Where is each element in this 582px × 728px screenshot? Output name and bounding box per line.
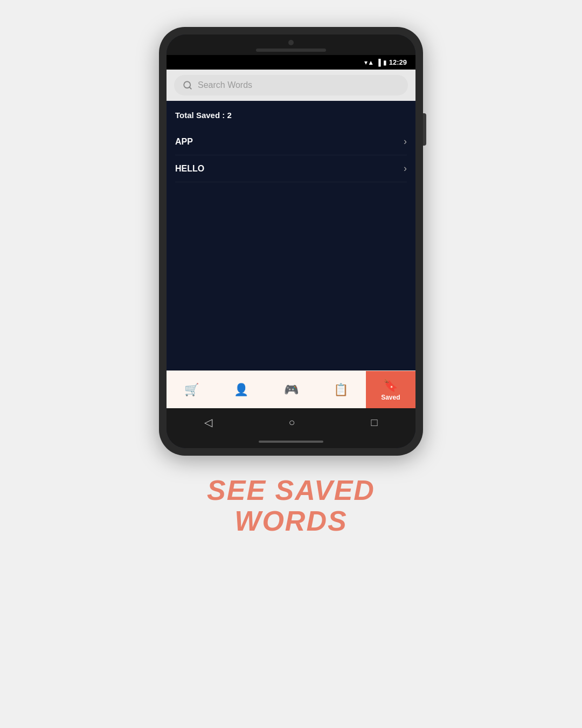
phone-shell: ▾▲ ▐ ▮ 12:29 Search Words Total (159, 27, 423, 456)
search-placeholder: Search Words (198, 80, 252, 90)
chevron-right-icon-app: › (404, 136, 407, 147)
status-time: 12:29 (389, 58, 407, 66)
home-button[interactable]: ○ (288, 416, 295, 429)
home-indicator-line (259, 441, 323, 443)
phone-screen: ▾▲ ▐ ▮ 12:29 Search Words Total (167, 35, 415, 448)
phone-top-bar (167, 35, 415, 55)
search-bar-container: Search Words (167, 70, 415, 101)
nav-item-notes[interactable]: 📋 (316, 371, 365, 408)
caption-text: see SAVED WORDS (175, 475, 407, 537)
account-icon: 👤 (234, 383, 248, 397)
status-icons: ▾▲ ▐ ▮ 12:29 (364, 58, 407, 66)
speaker-bar (256, 49, 326, 52)
svg-line-1 (189, 87, 191, 88)
main-content: Total Saved : 2 APP › HELLO › (167, 101, 415, 370)
word-item-hello[interactable]: HELLO › (175, 155, 407, 182)
wifi-icon: ▾▲ (364, 59, 374, 66)
search-bar[interactable]: Search Words (174, 75, 408, 95)
caption-line1: see SAVED (207, 475, 375, 506)
page-wrapper: ▾▲ ▐ ▮ 12:29 Search Words Total (0, 11, 582, 553)
word-label-hello: HELLO (175, 164, 204, 174)
bottom-nav: 🛒 👤 🎮 📋 🔖 Saved (167, 370, 415, 408)
recents-button[interactable]: □ (371, 416, 377, 429)
chevron-right-icon-hello: › (404, 163, 407, 174)
camera-dot (288, 40, 294, 45)
total-saved-label: Total Saved : 2 (175, 111, 407, 120)
caption-line2: WORDS (234, 505, 347, 537)
word-item-app[interactable]: APP › (175, 128, 407, 155)
home-indicator-bar (167, 436, 415, 448)
saved-icon: 🔖 (383, 379, 398, 393)
notes-icon: 📋 (334, 383, 348, 397)
back-button[interactable]: ◁ (204, 416, 212, 429)
android-nav: ◁ ○ □ (167, 408, 415, 436)
cart-icon: 🛒 (184, 383, 199, 397)
signal-icon: ▐ (376, 59, 381, 66)
search-icon (183, 80, 192, 90)
nav-item-account[interactable]: 👤 (216, 371, 266, 408)
word-label-app: APP (175, 137, 193, 147)
status-bar: ▾▲ ▐ ▮ 12:29 (167, 55, 415, 70)
games-icon: 🎮 (284, 383, 299, 397)
nav-item-games[interactable]: 🎮 (266, 371, 316, 408)
battery-icon: ▮ (383, 59, 387, 66)
nav-item-cart[interactable]: 🛒 (167, 371, 216, 408)
saved-label: Saved (381, 394, 400, 401)
nav-item-saved[interactable]: 🔖 Saved (366, 371, 415, 408)
